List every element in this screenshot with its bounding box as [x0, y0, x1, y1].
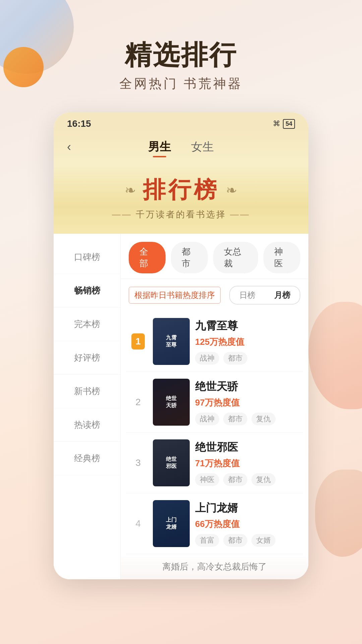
back-button[interactable]: ‹	[67, 140, 71, 154]
book-cover-2: 绝世天骄	[153, 379, 190, 426]
book-tags-4: 首富 都市 女婿	[195, 534, 300, 547]
table-row[interactable]: 2 绝世天骄 绝世天骄 97万热度值 战神 都市 复仇	[126, 372, 303, 433]
tag: 复仇	[251, 413, 276, 425]
book-tags-1: 战神 都市	[195, 352, 300, 365]
rank-number-1: 1	[131, 333, 145, 350]
rank-badge-3: 3	[129, 458, 147, 468]
sidebar-item-xinshu[interactable]: 新书榜	[54, 375, 120, 408]
sort-row: 根据昨日书籍热度排序 日榜 月榜	[121, 279, 308, 311]
tag: 都市	[223, 413, 247, 425]
status-icons: ⌘ 54	[273, 119, 295, 129]
filter-tab-dushi[interactable]: 都市	[171, 242, 208, 273]
rank-number-4: 4	[135, 518, 141, 529]
book-heat-2: 97万热度值	[195, 397, 300, 409]
book-title-4: 上门龙婿	[195, 501, 300, 516]
table-row[interactable]: 1 九霄至尊 九霄至尊 125万热度值 战神 都市	[126, 311, 303, 372]
wifi-icon: ⌘	[273, 119, 280, 128]
filter-tab-all[interactable]: 全部	[129, 242, 166, 273]
book-info-3: 绝世邪医 71万热度值 神医 都市 复仇	[195, 440, 300, 486]
sidebar-item-jingdian[interactable]: 经典榜	[54, 442, 120, 475]
rank-badge-1: 1	[129, 333, 147, 350]
book-heat-1: 125万热度值	[195, 336, 300, 348]
book-title-2: 绝世天骄	[195, 379, 300, 394]
phone-nav: ‹ 男生 女生	[67, 139, 295, 155]
decoration-blob-right-bottom	[315, 470, 362, 557]
book-cover-3: 绝世邪医	[153, 439, 190, 486]
cover-image-2: 绝世天骄	[153, 379, 190, 426]
cover-image-3: 绝世邪医	[153, 439, 190, 486]
table-row[interactable]: 3 绝世邪医 绝世邪医 71万热度值 神医 都市 复仇	[126, 433, 303, 493]
tag: 都市	[223, 473, 247, 486]
book-tags-2: 战神 都市 复仇	[195, 413, 300, 425]
sort-label: 根据昨日书籍热度排序	[129, 287, 221, 304]
status-bar: 16:15 ⌘ 54	[54, 112, 308, 132]
battery-indicator: 54	[283, 119, 295, 129]
rank-number-3: 3	[135, 458, 141, 468]
book-heat-3: 71万热度值	[195, 458, 300, 469]
book-list: 1 九霄至尊 九霄至尊 125万热度值 战神 都市	[121, 311, 308, 554]
rank-badge-2: 2	[129, 397, 147, 408]
book-cover-1: 九霄至尊	[153, 318, 190, 365]
filter-tab-shenyi[interactable]: 神医	[263, 242, 300, 273]
tag: 战神	[195, 352, 219, 365]
tag: 神医	[195, 473, 219, 486]
preview-row[interactable]: 离婚后，高冷女总裁后悔了	[121, 554, 308, 579]
table-row[interactable]: 4 上门龙婿 上门龙婿 66万热度值 首富 都市 女婿	[126, 493, 303, 554]
tag: 战神	[195, 413, 219, 425]
tag: 都市	[223, 534, 247, 547]
rank-badge-4: 4	[129, 518, 147, 529]
laurel-right-icon: ❧	[226, 182, 237, 198]
sort-buttons: 日榜 月榜	[229, 286, 300, 305]
laurel-left-icon: ❧	[125, 182, 136, 198]
decoration-blob-right-mid	[308, 302, 362, 409]
tag: 复仇	[251, 473, 276, 486]
book-title-1: 九霄至尊	[195, 319, 300, 333]
sort-daily[interactable]: 日榜	[230, 286, 265, 304]
rank-number-2: 2	[135, 397, 141, 407]
tag: 都市	[223, 352, 247, 365]
hero-title: 精选排行	[0, 40, 362, 70]
tag: 女婿	[251, 534, 276, 547]
main-content: 口碑榜 畅销榜 完本榜 好评榜 新书榜 热读榜 经典榜 全部 都市 女总裁 神医…	[54, 234, 308, 579]
book-title-3: 绝世邪医	[195, 440, 300, 455]
filter-tab-nvzongcai[interactable]: 女总裁	[213, 242, 258, 273]
book-info-1: 九霄至尊 125万热度值 战神 都市	[195, 319, 300, 365]
sort-monthly[interactable]: 月榜	[265, 286, 300, 304]
right-content: 全部 都市 女总裁 神医 根据昨日书籍热度排序 日榜 月榜 1	[121, 234, 308, 579]
book-tags-3: 神医 都市 复仇	[195, 473, 300, 486]
status-time: 16:15	[67, 118, 91, 129]
preview-text: 离婚后，高冷女总裁后悔了	[162, 561, 267, 572]
hero-section: 精选排行 全网热门 书荒神器	[0, 0, 362, 112]
hero-subtitle: 全网热门 书荒神器	[0, 75, 362, 92]
tag: 首富	[195, 534, 219, 547]
phone-header: ‹ 男生 女生	[54, 132, 308, 165]
filter-tabs: 全部 都市 女总裁 神医	[121, 234, 308, 279]
sidebar-item-koubei[interactable]: 口碑榜	[54, 240, 120, 274]
sidebar-item-haoping[interactable]: 好评榜	[54, 341, 120, 375]
cover-image-1: 九霄至尊	[153, 318, 190, 365]
sidebar-item-changxiao[interactable]: 畅销榜	[54, 274, 120, 308]
book-info-4: 上门龙婿 66万热度值 首富 都市 女婿	[195, 501, 300, 547]
phone-mockup: 16:15 ⌘ 54 ‹ 男生 女生 ❧ 排行榜 ❧ 千万读者的看书选择 口碑榜…	[54, 112, 308, 579]
book-info-2: 绝世天骄 97万热度值 战神 都市 复仇	[195, 379, 300, 425]
tab-female[interactable]: 女生	[191, 139, 214, 155]
book-cover-4: 上门龙婿	[153, 500, 190, 547]
cover-image-4: 上门龙婿	[153, 500, 190, 547]
sidebar-item-wanben[interactable]: 完本榜	[54, 308, 120, 341]
banner-laurel: ❧ 排行榜 ❧	[67, 175, 295, 205]
sidebar: 口碑榜 畅销榜 完本榜 好评榜 新书榜 热读榜 经典榜	[54, 234, 121, 579]
banner-subtitle: 千万读者的看书选择	[67, 209, 295, 220]
banner-title: 排行榜	[143, 175, 219, 205]
tab-male[interactable]: 男生	[148, 139, 171, 155]
sidebar-item-redu[interactable]: 热读榜	[54, 408, 120, 442]
banner-area: ❧ 排行榜 ❧ 千万读者的看书选择	[54, 165, 308, 234]
book-heat-4: 66万热度值	[195, 518, 300, 530]
